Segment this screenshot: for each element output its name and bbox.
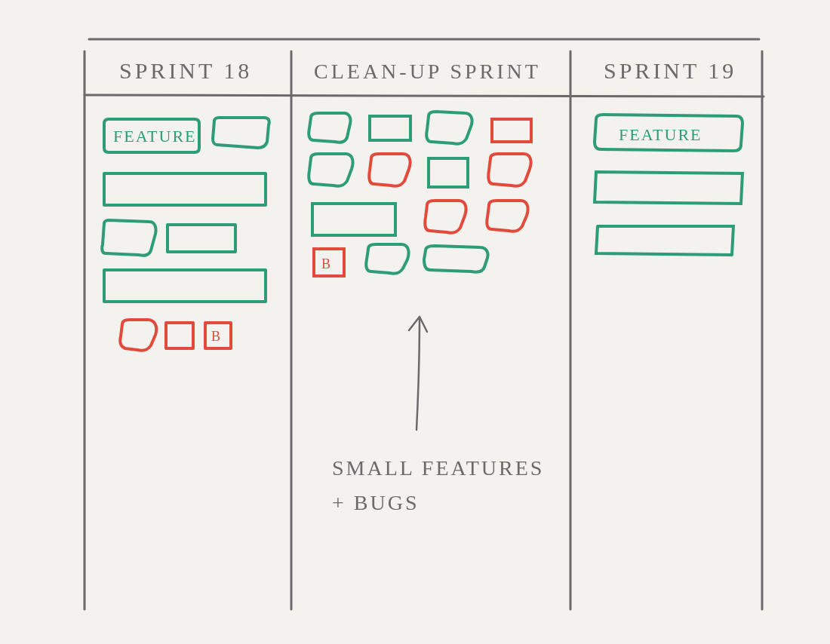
- card-bug[interactable]: [166, 323, 193, 348]
- card-feature[interactable]: FEATURE: [104, 119, 199, 152]
- card-feature[interactable]: [429, 158, 468, 187]
- card-feature[interactable]: [102, 220, 155, 256]
- column-sprint-19: FEATURE: [595, 115, 742, 255]
- column-header-cleanup: CLEAN-UP SPRINT: [314, 60, 541, 83]
- card-bug[interactable]: [488, 154, 530, 186]
- annotation-line-1: SMALL FEATURES: [332, 456, 544, 480]
- column-header-sprint-18: SPRINT 18: [119, 58, 252, 83]
- column-sprint-18: FEATURE B: [102, 118, 269, 351]
- card-feature[interactable]: [104, 270, 266, 302]
- column-cleanup-sprint: B: [309, 112, 531, 276]
- card-label: FEATURE: [619, 125, 702, 144]
- annotation-line-2: + BUGS: [332, 491, 419, 514]
- card-feature[interactable]: [168, 225, 235, 252]
- card-bug[interactable]: [369, 154, 410, 186]
- card-bug[interactable]: [120, 320, 156, 351]
- card-feature[interactable]: [104, 173, 266, 205]
- card-feature[interactable]: [366, 244, 408, 274]
- card-feature[interactable]: [312, 204, 395, 235]
- sprint-board-sketch: SPRINT 18 CLEAN-UP SPRINT SPRINT 19 FEAT…: [0, 0, 830, 644]
- card-feature[interactable]: [309, 113, 350, 143]
- card-bug[interactable]: [487, 201, 527, 232]
- board-header-rule: [85, 95, 764, 97]
- card-bug[interactable]: B: [314, 249, 344, 276]
- card-feature[interactable]: [426, 112, 472, 144]
- annotation-arrow: [409, 317, 427, 430]
- card-bug[interactable]: [425, 201, 466, 233]
- card-bug[interactable]: B: [205, 323, 231, 348]
- card-label: FEATURE: [113, 127, 197, 146]
- card-feature[interactable]: [370, 116, 410, 140]
- column-header-sprint-19: SPRINT 19: [604, 58, 736, 83]
- card-feature[interactable]: [596, 226, 733, 255]
- card-feature[interactable]: [595, 172, 742, 204]
- card-label: B: [321, 256, 332, 271]
- card-feature[interactable]: [424, 246, 488, 272]
- card-feature[interactable]: FEATURE: [595, 115, 742, 151]
- card-feature[interactable]: [213, 118, 269, 148]
- card-label: B: [211, 329, 222, 344]
- card-feature[interactable]: [309, 154, 352, 186]
- card-bug[interactable]: [492, 119, 531, 142]
